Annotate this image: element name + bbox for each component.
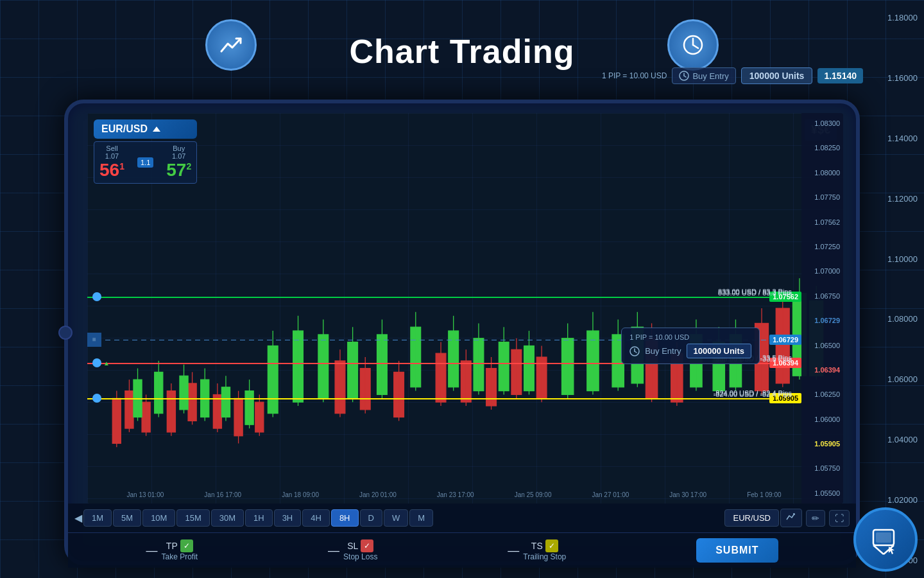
tf-10m[interactable]: 10M	[142, 509, 175, 527]
chart-price-scale: 1.08300 1.08250 1.08000 1.07750 1.07562 …	[801, 113, 843, 504]
symbol-badge[interactable]: EUR/USD	[94, 119, 197, 139]
svg-rect-102	[876, 532, 891, 543]
green-line-annotation: 833.00 USD / 83.3 Pips	[718, 288, 792, 295]
trailing-stop-line[interactable]	[87, 398, 801, 399]
buy-entry-popup: 1 PIP = 10.00 USD Buy Entry 100000 Units	[621, 328, 760, 364]
tf-m[interactable]: M	[409, 509, 433, 527]
tf-w[interactable]: W	[384, 509, 408, 527]
timeframe-bar: ◀ 1M 5M 10M 15M 30M 1H 3H 4H 8H D W M EU…	[68, 504, 856, 532]
bottom-controls: ◀ 1M 5M 10M 15M 30M 1H 3H 4H 8H D W M EU…	[68, 504, 856, 561]
symbol-name: EUR/USD	[101, 123, 148, 135]
price-label-7: 1.06000	[873, 374, 918, 384]
ts-label: TS	[531, 541, 543, 551]
clock-icon-button[interactable]	[667, 19, 719, 71]
trending-icon-button[interactable]	[205, 19, 257, 71]
tablet-frame: EUR/USD Sell 1.07 561 1.1 Buy 1.07 572	[64, 100, 860, 565]
ts-full-label: Trailing Stop	[523, 552, 566, 561]
tf-d[interactable]: D	[360, 509, 382, 527]
tp-label: TP	[166, 541, 178, 551]
popup-entry-line: Buy Entry 100000 Units	[629, 344, 751, 358]
order-bar: — TP ✓ Take Profit — SL ✓ Stop Loss	[68, 532, 856, 568]
chart-header: EUR/USD Sell 1.07 561 1.1 Buy 1.07 572	[94, 119, 197, 184]
price-label-6: 1.08000	[873, 314, 918, 324]
time-axis: Jan 13 01:00 Jan 16 17:00 Jan 18 09:00 J…	[107, 486, 801, 504]
entry-line-marker: ≡	[87, 333, 101, 347]
tf-1m[interactable]: 1M	[83, 509, 112, 527]
tf-1h[interactable]: 1H	[245, 509, 273, 527]
price-display: Sell 1.07 561 1.1 Buy 1.07 572	[94, 141, 197, 184]
svg-line-98	[635, 351, 637, 353]
tf-4h[interactable]: 4H	[302, 509, 330, 527]
ts-line-dot	[92, 394, 101, 403]
price-label-5: 1.10000	[873, 254, 918, 264]
tablet-home-button[interactable]	[58, 326, 73, 340]
buy-entry-label-top: Buy Entry	[692, 71, 728, 81]
tf-8h[interactable]: 8H	[331, 509, 359, 527]
page-title: Chart Trading	[349, 32, 574, 71]
buy-price-main: 572	[166, 160, 191, 180]
yellow-line-annotation: -824.00 USD / -82.4 Pips	[714, 389, 792, 397]
entry-price-label: 1.06729	[769, 335, 801, 345]
sl-arrow: ▲	[103, 360, 110, 367]
header: Chart Trading	[0, 0, 924, 103]
chart-tools: ✏ ⛶	[780, 509, 850, 527]
tp-checkbox[interactable]: ✓	[180, 539, 193, 552]
tf-3h[interactable]: 3H	[274, 509, 302, 527]
price-label-4: 1.12000	[873, 194, 918, 204]
popup-units[interactable]: 100000 Units	[687, 344, 752, 358]
sell-price-small: 1.07	[99, 152, 124, 160]
help-icon-button[interactable]	[853, 507, 918, 572]
sl-line-dot	[92, 358, 101, 367]
tf-15m[interactable]: 15M	[176, 509, 209, 527]
timeframe-back-arrow[interactable]: ◀	[74, 512, 82, 524]
candlestick-chart	[87, 113, 843, 504]
sl-checkbox[interactable]: ✓	[361, 539, 373, 552]
tf-30m[interactable]: 30M	[211, 509, 244, 527]
chart-type-button[interactable]	[780, 509, 802, 527]
tp-line-dot	[92, 292, 101, 301]
buy-label: Buy	[166, 144, 191, 152]
current-price-top: 1.15140	[817, 68, 863, 83]
sell-price-main: 561	[99, 160, 124, 180]
symbol-display: EUR/USD	[724, 509, 779, 527]
sell-price-display: Sell 1.07 561	[99, 144, 124, 180]
submit-button[interactable]: SUBMIT	[696, 538, 778, 563]
price-label-3: 1.14000	[873, 134, 918, 143]
sl-label: SL	[347, 541, 358, 551]
tf-5m[interactable]: 5M	[113, 509, 141, 527]
take-profit-line[interactable]	[87, 297, 801, 298]
svg-line-100	[873, 545, 884, 554]
ts-control: — TS ✓ Trailing Stop	[508, 539, 566, 561]
buy-price-small: 1.07	[166, 152, 191, 160]
ts-checkbox[interactable]: ✓	[545, 539, 558, 552]
buy-entry-badge: Buy Entry	[672, 67, 735, 84]
price-label-8: 1.04000	[873, 435, 918, 444]
draw-tool-button[interactable]: ✏	[806, 510, 825, 527]
popup-entry-label: Buy Entry	[645, 346, 681, 356]
buy-price-display: Buy 1.07 572	[166, 144, 191, 180]
tp-control: — TP ✓ Take Profit	[146, 539, 198, 561]
sl-control: — SL ✓ Stop Loss	[328, 539, 377, 561]
svg-line-5	[684, 76, 686, 77]
spread-badge: 1.1	[137, 157, 153, 168]
popup-pip-info: 1 PIP = 10.00 USD	[629, 333, 751, 341]
sell-label: Sell	[99, 144, 124, 152]
svg-line-2	[693, 45, 698, 48]
fullscreen-button[interactable]: ⛶	[829, 510, 850, 527]
tp-full-label: Take Profit	[161, 552, 198, 561]
top-bar: 1 PIP = 10.00 USD Buy Entry 100000 Units…	[602, 67, 863, 84]
symbol-dropdown-arrow	[153, 127, 160, 132]
price-label-9: 1.02000	[873, 495, 918, 505]
pip-info-top: 1 PIP = 10.00 USD	[602, 71, 667, 80]
chart-area: EUR/USD Sell 1.07 561 1.1 Buy 1.07 572	[87, 113, 843, 504]
units-badge-top[interactable]: 100000 Units	[741, 67, 813, 84]
sl-full-label: Stop Loss	[343, 552, 377, 561]
